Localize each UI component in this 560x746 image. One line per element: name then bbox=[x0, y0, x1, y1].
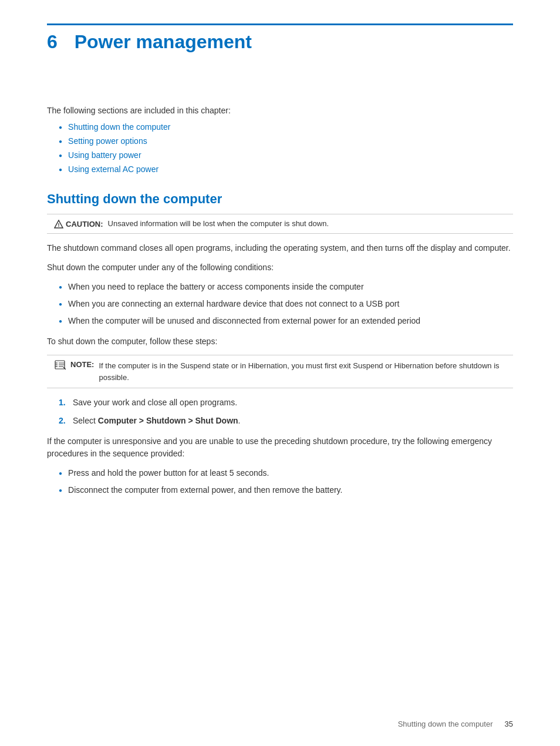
shutdown-para2: Shut down the computer under any of the … bbox=[47, 261, 513, 274]
svg-text:!: ! bbox=[58, 222, 60, 228]
page-footer: Shutting down the computer 35 bbox=[398, 720, 513, 728]
chapter-title-text: Power management bbox=[75, 31, 252, 52]
note-label: NOTE: bbox=[70, 360, 94, 369]
list-item: When you need to replace the battery or … bbox=[59, 281, 513, 293]
list-item: Using external AC power bbox=[59, 164, 513, 174]
chapter-title: 6 Power management bbox=[47, 31, 513, 53]
toc-link-ac-power[interactable]: Using external AC power bbox=[68, 164, 158, 174]
list-item: Disconnect the computer from external po… bbox=[59, 484, 513, 496]
steps-list: 1. Save your work and close all open pro… bbox=[59, 396, 513, 427]
step-text: Save your work and close all open progra… bbox=[73, 396, 237, 409]
note-icon bbox=[54, 360, 66, 371]
list-item: When you are connecting an external hard… bbox=[59, 298, 513, 310]
toc-list: Shutting down the computer Setting power… bbox=[59, 122, 513, 174]
conditions-list: When you need to replace the battery or … bbox=[59, 281, 513, 327]
list-item: 1. Save your work and close all open pro… bbox=[59, 396, 513, 409]
list-item: Setting power options bbox=[59, 136, 513, 146]
list-item: Press and hold the power button for at l… bbox=[59, 467, 513, 479]
shutdown-para4: If the computer is unresponsive and you … bbox=[47, 435, 513, 460]
caution-box: ! CAUTION: Unsaved information will be l… bbox=[47, 214, 513, 234]
note-box: NOTE: If the computer is in the Suspend … bbox=[47, 355, 513, 388]
toc-link-battery[interactable]: Using battery power bbox=[68, 150, 141, 160]
emergency-list: Press and hold the power button for at l… bbox=[59, 467, 513, 496]
bold-command: Computer > Shutdown > Shut Down bbox=[98, 416, 238, 425]
step-number: 2. bbox=[59, 415, 73, 427]
shutdown-para1: The shutdown command closes all open pro… bbox=[47, 242, 513, 254]
list-item: When the computer will be unused and dis… bbox=[59, 315, 513, 327]
intro-text: The following sections are included in t… bbox=[47, 106, 513, 115]
caution-triangle-icon: ! bbox=[54, 220, 63, 228]
caution-text: Unsaved information will be lost when th… bbox=[108, 219, 329, 228]
toc-link-shutdown[interactable]: Shutting down the computer bbox=[68, 122, 170, 132]
section-title-shutdown: Shutting down the computer bbox=[47, 191, 513, 207]
caution-label: ! CAUTION: bbox=[54, 219, 103, 228]
footer-page-number: 35 bbox=[505, 720, 513, 728]
list-item: Using battery power bbox=[59, 150, 513, 160]
step-text: Select Computer > Shutdown > Shut Down. bbox=[73, 415, 240, 427]
chapter-number: 6 bbox=[47, 31, 58, 52]
list-item: 2. Select Computer > Shutdown > Shut Dow… bbox=[59, 415, 513, 427]
footer-section-text: Shutting down the computer bbox=[398, 720, 493, 728]
caution-word: CAUTION: bbox=[66, 220, 103, 228]
chapter-header: 6 Power management bbox=[47, 23, 513, 53]
list-item: Shutting down the computer bbox=[59, 122, 513, 132]
step-number: 1. bbox=[59, 396, 73, 409]
note-text: If the computer is in the Suspend state … bbox=[99, 360, 506, 383]
shutdown-para3: To shut down the computer, follow these … bbox=[47, 335, 513, 348]
toc-link-power-options[interactable]: Setting power options bbox=[68, 136, 147, 146]
